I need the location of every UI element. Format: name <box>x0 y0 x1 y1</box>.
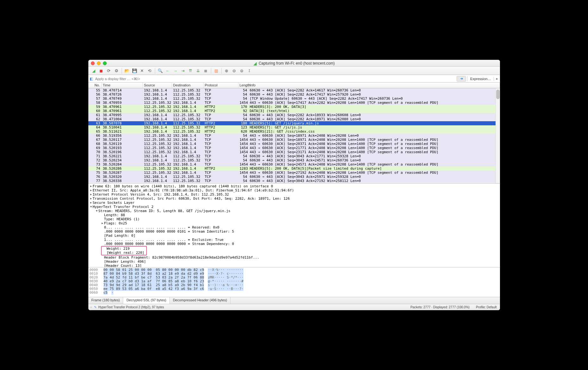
scrollbar-thumb[interactable] <box>496 90 500 99</box>
zoom-in-icon[interactable]: ⊕ <box>223 68 230 74</box>
titlebar[interactable]: ◢ Capturing from Wi-Fi: en0 (host tencen… <box>88 60 500 67</box>
detail-line[interactable]: ▶Transmission Control Protocol, Src Port… <box>88 197 500 201</box>
detail-line[interactable]: [Pad Length: 0] <box>88 234 500 238</box>
go-forward-icon[interactable]: → <box>172 68 179 74</box>
col-dest[interactable]: Destination <box>172 83 204 88</box>
scrollbar[interactable] <box>496 88 500 183</box>
wireshark-window: ◢ Capturing from Wi-Fi: en0 (host tencen… <box>88 60 500 310</box>
packet-row[interactable]: 7638.520320192.168.1.4112.25.105.32TCP54… <box>88 175 500 179</box>
packet-row[interactable]: 7538.520287112.25.105.32192.168.1.4TCP14… <box>88 171 500 175</box>
detail-line[interactable]: [Header Length: 496] <box>88 260 500 264</box>
bytes-tabs: Frame (180 bytes)Decrypted SSL (97 bytes… <box>88 297 500 304</box>
separator <box>211 68 211 74</box>
hex-row[interactable]: 0050ee 75 89 53 05 a6 ba 0f e8 a5 42 f3 … <box>90 287 499 291</box>
detail-line[interactable]: ▶Flags: 0x25 <box>88 221 500 225</box>
packet-row[interactable]: 6538.511621192.168.1.4112.25.105.32HTTP2… <box>88 129 500 134</box>
expert-info-icon[interactable]: ○ <box>90 305 92 309</box>
detail-line[interactable]: .000 0000 0000 0000 0000 0000 0000 0101 … <box>88 229 500 234</box>
packet-row[interactable]: 5738.470749192.168.1.4112.25.105.32TCP54… <box>88 97 500 101</box>
hex-row[interactable]: 0060c5· <box>90 291 499 295</box>
status-profile[interactable]: Profile: Default <box>476 305 498 309</box>
packet-row[interactable]: 6738.520117112.25.105.32192.168.1.4TCP14… <box>88 138 500 142</box>
detail-line[interactable]: ▼Stream: HEADERS, Stream ID: 5, Length 8… <box>88 209 500 213</box>
find-packet-icon[interactable]: 🔍 <box>157 68 164 74</box>
packet-row[interactable]: 6238.471004192.168.1.4112.25.105.32TCP54… <box>88 117 500 121</box>
packet-row[interactable]: 6638.519356112.25.105.32192.168.1.4TCP54… <box>88 134 500 138</box>
expression-button[interactable]: Expression… <box>467 76 493 81</box>
packet-list[interactable]: 5538.470714192.168.1.4112.25.105.32TCP54… <box>88 88 500 183</box>
go-first-icon[interactable]: ⇈ <box>187 68 194 74</box>
detail-line[interactable]: ▶Ethernet II, Src: Apple_a0:3a:01 (f0:18… <box>88 188 500 192</box>
packet-row[interactable]: 6338.507078192.168.1.4112.25.105.32HTTP2… <box>88 121 500 125</box>
go-back-icon[interactable]: ← <box>164 68 171 74</box>
auto-scroll-icon[interactable]: ≣ <box>202 68 209 74</box>
zoom-reset-icon[interactable]: ⊜ <box>238 68 245 74</box>
bytes-tab[interactable]: Decrypted SSL (97 bytes) <box>123 297 170 304</box>
close-file-icon[interactable]: ✕ <box>139 68 146 74</box>
zoom-icon[interactable] <box>103 61 107 65</box>
detail-line[interactable]: 0... .... .... .... .... .... .... .... … <box>88 225 500 229</box>
apply-filter-button[interactable]: ➔ <box>457 76 466 82</box>
restart-capture-icon[interactable]: ⟳ <box>105 68 112 74</box>
separator <box>221 68 222 74</box>
packet-list-header[interactable]: No. Time Source Destination Protocol Len… <box>88 83 500 88</box>
packet-row[interactable]: 6038.470961112.25.105.32192.168.1.4HTTP2… <box>88 109 500 113</box>
col-protocol[interactable]: Protocol <box>204 83 238 88</box>
packet-row[interactable]: 7038.520196112.25.105.32192.168.1.4TCP14… <box>88 150 500 154</box>
packet-row[interactable]: 7138.520221192.168.1.4112.25.105.32TCP54… <box>88 154 500 158</box>
detail-line[interactable]: Length: 88 <box>88 213 500 217</box>
col-length[interactable]: Length <box>238 83 249 88</box>
detail-line[interactable]: 1... .... .... .... .... .... .... .... … <box>88 238 500 242</box>
close-icon[interactable] <box>91 61 95 65</box>
packet-row[interactable]: 7438.520286112.25.105.32192.168.1.4HTTP2… <box>88 166 500 171</box>
status-bar: ○ ✎ HyperText Transfer Protocol 2 (http2… <box>88 304 500 310</box>
add-filter-button[interactable]: + <box>494 77 500 81</box>
packet-row[interactable]: 7338.520284112.25.105.32192.168.1.4TCP14… <box>88 162 500 166</box>
packet-row[interactable]: 6138.470995192.168.1.4112.25.105.32TCP54… <box>88 113 500 117</box>
detail-line[interactable]: Header Block Fragment: 82c9870084b958d33… <box>88 255 500 260</box>
separator <box>122 68 122 74</box>
col-no[interactable]: No. <box>88 83 102 88</box>
col-info[interactable]: Info <box>249 83 500 88</box>
detail-line[interactable]: ▶Frame 63: 180 bytes on wire (1440 bits)… <box>88 184 500 188</box>
packet-row[interactable]: 5838.470959112.25.105.32192.168.1.4TCP14… <box>88 101 500 105</box>
bytes-tab[interactable]: Frame (180 bytes) <box>88 297 123 304</box>
display-filter-input[interactable] <box>93 76 457 82</box>
stop-capture-icon[interactable]: ◼ <box>98 68 105 74</box>
detail-line[interactable]: .000 0000 0000 0000 0000 0000 0000 0000 … <box>88 242 500 246</box>
resize-columns-icon[interactable]: ⫱ <box>246 68 253 74</box>
capture-options-icon[interactable]: ⚙ <box>113 68 120 74</box>
col-source[interactable]: Source <box>143 83 172 88</box>
packet-row[interactable]: 5538.470714192.168.1.4112.25.105.32TCP54… <box>88 88 500 92</box>
colorize-icon[interactable]: ▥ <box>213 68 220 74</box>
packet-row[interactable]: 7738.520338192.168.1.4112.25.105.32TCP54… <box>88 179 500 183</box>
detail-line[interactable]: ▶Secure Sockets Layer <box>88 201 500 205</box>
packet-row[interactable]: 5638.470726192.168.1.4112.25.105.32TCP54… <box>88 92 500 97</box>
packet-row[interactable]: 7238.520234192.168.1.4112.25.105.32TCP54… <box>88 158 500 162</box>
status-detail: HyperText Transfer Protocol 2 (http2), 9… <box>97 305 411 309</box>
bytes-tab[interactable]: Decompressed Header (496 bytes) <box>170 297 231 304</box>
minimize-icon[interactable] <box>97 61 101 65</box>
packet-details[interactable]: ▶Frame 63: 180 bytes on wire (1440 bits)… <box>88 183 500 267</box>
zoom-out-icon[interactable]: ⊖ <box>231 68 238 74</box>
edit-icon[interactable]: ✎ <box>94 305 97 309</box>
reload-icon[interactable]: ⟲ <box>146 68 153 74</box>
packet-row[interactable]: 6838.520119112.25.105.32192.168.1.4TCP14… <box>88 142 500 146</box>
detail-line[interactable]: ▼HyperText Transfer Protocol 2 <box>88 205 500 209</box>
save-file-icon[interactable]: 💾 <box>131 68 138 74</box>
packet-row[interactable]: 5938.470961112.25.105.32192.168.1.4HTTP2… <box>88 105 500 109</box>
detail-line[interactable]: Type: HEADERS (1) <box>88 217 500 221</box>
packet-row[interactable]: 6438.510041192.168.1.4112.25.105.32HTTP2… <box>88 125 500 129</box>
bookmark-icon[interactable]: ◧ <box>88 77 93 81</box>
start-capture-icon[interactable]: ◢ <box>90 68 97 74</box>
filter-bar: ◧ ➔ Expression… + <box>88 75 500 83</box>
packet-row[interactable]: 6938.520193112.25.105.32192.168.1.4TCP14… <box>88 146 500 150</box>
detail-line[interactable]: ▶Internet Protocol Version 4, Src: 192.1… <box>88 192 500 197</box>
col-time[interactable]: Time <box>102 83 143 88</box>
packet-bytes[interactable]: 000000 00 58 01 25 00 00 00 05 80 00 00 … <box>88 267 500 297</box>
detail-line[interactable]: [Header Count: 13] <box>88 264 500 267</box>
go-last-icon[interactable]: ⇊ <box>195 68 202 74</box>
separator <box>155 68 155 74</box>
open-file-icon[interactable]: 📂 <box>123 68 130 74</box>
go-to-packet-icon[interactable]: ⇥ <box>180 68 187 74</box>
